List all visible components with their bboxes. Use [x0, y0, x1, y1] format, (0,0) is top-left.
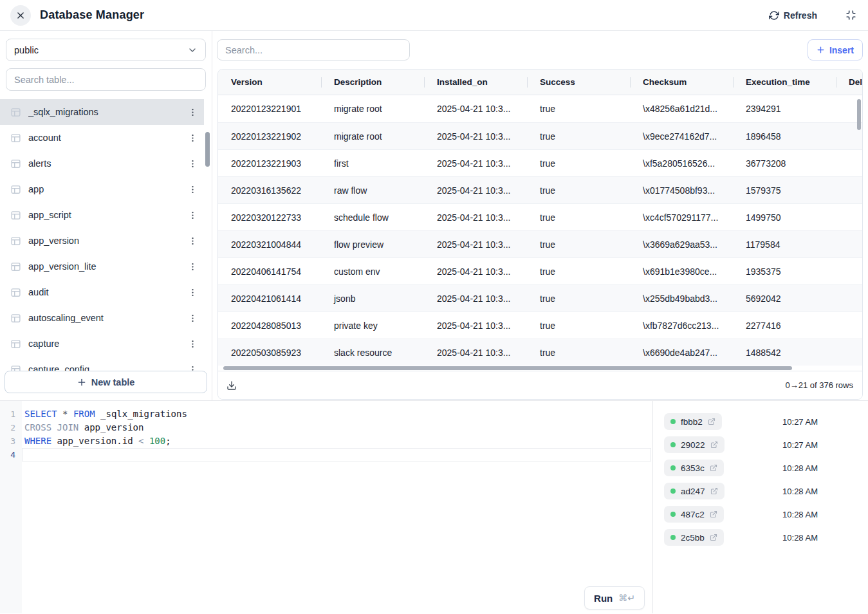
column-label: Version — [231, 77, 263, 87]
query-id-pill[interactable]: 2c5bb — [664, 529, 724, 546]
sidebar-item-audit[interactable]: audit — [0, 279, 204, 305]
kebab-menu-button[interactable] — [188, 313, 198, 323]
table-name: app — [28, 184, 181, 194]
external-link-icon[interactable] — [710, 464, 717, 472]
sidebar-item-_sqlx_migrations[interactable]: _sqlx_migrations — [0, 99, 204, 125]
table-name: account — [28, 133, 181, 143]
sidebar-item-app[interactable]: app — [0, 176, 204, 202]
sidebar-item-app_version[interactable]: app_version — [0, 228, 204, 254]
status-dot-icon — [670, 512, 676, 517]
code-line[interactable]: WHERE app_version.id < 100; — [22, 434, 652, 448]
status-dot-icon — [670, 419, 676, 424]
collapse-button[interactable] — [844, 8, 858, 22]
sidebar-item-app_version_lite[interactable]: app_version_lite — [0, 254, 204, 279]
insert-button[interactable]: Insert — [808, 39, 863, 60]
query-id-pill[interactable]: 29022 — [664, 436, 725, 453]
column-header-execution_time[interactable]: Execution_time — [733, 70, 836, 95]
sidebar-item-alerts[interactable]: alerts — [0, 151, 204, 176]
query-id-pill[interactable]: 6353c — [664, 460, 724, 476]
column-header-success[interactable]: Success — [527, 70, 630, 95]
kebab-menu-button[interactable] — [188, 133, 198, 143]
cell-checksum: \xc4cf570291177... — [630, 212, 733, 223]
plus-icon — [817, 46, 825, 54]
horizontal-scrollbar-track[interactable] — [218, 366, 862, 371]
column-header-description[interactable]: Description — [321, 70, 424, 95]
sql-code[interactable]: SELECT * FROM _sqlx_migrationsCROSS JOIN… — [22, 407, 652, 461]
table-row[interactable]: 20220123221902migrate root2025-04-21 10:… — [218, 122, 862, 149]
cell-description: flow preview — [321, 239, 424, 250]
column-header-installed_on[interactable]: Installed_on — [424, 70, 527, 95]
table-row[interactable]: 20220320122733schedule flow2025-04-21 10… — [218, 203, 862, 230]
cell-installed_on: 2025-04-21 10:3... — [424, 185, 527, 196]
kebab-menu-button[interactable] — [188, 185, 198, 194]
query-id-pill[interactable]: fbbb2 — [664, 413, 722, 430]
query-id-pill[interactable]: 487c2 — [664, 506, 724, 523]
column-label: Description — [334, 77, 382, 87]
table-row[interactable]: 20220406141754custom env2025-04-21 10:3.… — [218, 257, 862, 284]
sidebar-item-app_script[interactable]: app_script — [0, 202, 204, 228]
cell-checksum: \x6690de4ab247... — [630, 348, 733, 358]
kebab-menu-icon — [188, 107, 198, 117]
table-row[interactable]: 20220123221901migrate root2025-04-21 10:… — [218, 95, 862, 122]
kebab-menu-button[interactable] — [188, 339, 198, 349]
kebab-menu-button[interactable] — [188, 210, 198, 220]
code-line-active[interactable] — [22, 448, 651, 461]
code-line[interactable]: CROSS JOIN app_version — [22, 421, 652, 434]
table-icon — [10, 158, 21, 169]
table-row[interactable]: 20220421061414jsonb2025-04-21 10:3...tru… — [218, 284, 862, 312]
cell-checksum: \x255db49babd3... — [630, 293, 733, 304]
table-row[interactable]: 20220428085013private key2025-04-21 10:3… — [218, 312, 862, 339]
schema-select-value: public — [14, 45, 39, 55]
close-icon — [16, 11, 25, 20]
cell-success: true — [527, 131, 630, 142]
cell-checksum: \x691b1e3980ce... — [630, 266, 733, 277]
rows-count-info: 0→21 of 376 rows — [785, 380, 853, 390]
line-number: 3 — [0, 434, 22, 448]
cell-checksum: \xf5a280516526... — [630, 158, 733, 169]
line-number: 4 — [0, 448, 22, 461]
query-id-pill[interactable]: ad247 — [664, 483, 725, 499]
sql-editor[interactable]: 1234 SELECT * FROM _sqlx_migrationsCROSS… — [0, 401, 653, 613]
external-link-icon[interactable] — [710, 487, 718, 495]
new-table-button[interactable]: New table — [5, 371, 207, 393]
external-link-icon[interactable] — [710, 510, 717, 518]
download-button[interactable] — [226, 380, 237, 391]
external-link-icon[interactable] — [710, 534, 717, 541]
sidebar-item-account[interactable]: account — [0, 125, 204, 151]
sidebar-item-capture[interactable]: capture — [0, 331, 204, 357]
grid-search-input[interactable] — [217, 39, 410, 60]
code-line[interactable]: SELECT * FROM _sqlx_migrations — [22, 407, 652, 421]
kebab-menu-button[interactable] — [188, 236, 198, 246]
table-search-input[interactable] — [6, 68, 206, 91]
refresh-button[interactable]: Refresh — [765, 10, 821, 21]
table-row[interactable]: 20220321004844flow preview2025-04-21 10:… — [218, 230, 862, 257]
kebab-menu-button[interactable] — [188, 288, 198, 297]
cell-success: true — [527, 293, 630, 304]
run-button[interactable]: Run ⌘↵ — [584, 586, 645, 609]
column-header-dele[interactable]: Dele — [836, 70, 862, 95]
column-header-checksum[interactable]: Checksum — [630, 70, 733, 95]
column-header-version[interactable]: Version — [218, 70, 321, 95]
kebab-menu-button[interactable] — [188, 107, 198, 117]
query-time: 10:27 AM — [782, 440, 818, 450]
sidebar-scrollbar[interactable] — [205, 132, 210, 167]
schema-select[interactable]: public — [6, 39, 206, 61]
table-name: alerts — [28, 158, 181, 169]
kebab-menu-button[interactable] — [188, 159, 198, 169]
table-row[interactable]: 20220316135622raw flow2025-04-21 10:3...… — [218, 176, 862, 203]
cell-description: migrate root — [321, 104, 424, 114]
cell-description: private key — [321, 321, 424, 331]
close-button[interactable] — [10, 5, 31, 26]
vertical-scrollbar[interactable] — [857, 99, 861, 130]
table-icon — [10, 107, 21, 118]
external-link-icon[interactable] — [708, 418, 716, 425]
table-row[interactable]: 20220123221903first2025-04-21 10:3...tru… — [218, 149, 862, 176]
table-row[interactable]: 20220503085923slack resource2025-04-21 1… — [218, 339, 862, 366]
column-separator — [321, 77, 322, 88]
horizontal-scrollbar[interactable] — [223, 366, 792, 370]
kebab-menu-button[interactable] — [188, 262, 198, 272]
sidebar-item-autoscaling_event[interactable]: autoscaling_event — [0, 305, 204, 331]
code-token — [68, 409, 73, 419]
cell-version: 20220123221902 — [218, 131, 321, 142]
external-link-icon[interactable] — [710, 441, 718, 449]
